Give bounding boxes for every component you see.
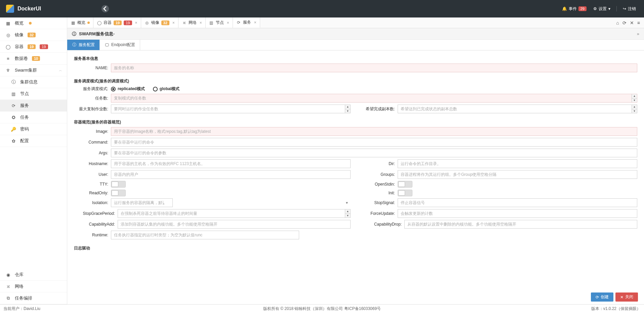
- expand-icon[interactable]: »: [637, 31, 639, 36]
- close-icon[interactable]: ×: [254, 20, 256, 25]
- close-icon: ✕: [620, 295, 623, 300]
- readonly-toggle[interactable]: [111, 190, 126, 196]
- count-badge: 32: [28, 33, 36, 37]
- tab-containers[interactable]: ◯ 容器 19 19 ×: [93, 17, 141, 28]
- close-icon[interactable]: ×: [135, 21, 137, 25]
- tab-services[interactable]: ⟳ 服务 ×: [233, 17, 260, 28]
- tab-images[interactable]: ◎ 镜像 32 ×: [141, 17, 178, 28]
- sidebar-item-label: 任务编排: [15, 295, 32, 301]
- home-icon[interactable]: ⌂: [616, 20, 619, 26]
- logout-button[interactable]: ↪ 注销: [621, 5, 638, 13]
- sidebar-item-orchestration[interactable]: ⧉ 任务编排: [0, 292, 67, 304]
- radio-replicated[interactable]: replicated模式: [111, 86, 145, 92]
- groups-input[interactable]: [398, 170, 637, 179]
- spin-up-icon[interactable]: ▲: [345, 105, 350, 109]
- caret-down-icon: ▾: [608, 6, 610, 11]
- hostname-input[interactable]: [111, 159, 351, 168]
- stopgrace-input[interactable]: [118, 209, 351, 218]
- image-input[interactable]: [111, 127, 637, 136]
- radio-icon: [111, 87, 116, 91]
- tab-label: 容器: [104, 20, 112, 26]
- tab-overview[interactable]: ▦ 概览: [67, 17, 93, 28]
- user-input[interactable]: [111, 170, 351, 179]
- sidebar-item-label: 数据卷: [15, 55, 28, 62]
- sidebar-item-volumes[interactable]: ≡ 数据卷 10: [0, 53, 67, 65]
- sidebar-item-images[interactable]: ◎ 镜像 32: [0, 29, 67, 41]
- sidebar-item-overview[interactable]: ▦ 概览: [0, 17, 67, 29]
- args-input[interactable]: [111, 149, 637, 157]
- close-all-icon[interactable]: ✕: [630, 20, 634, 26]
- sidebar-item-containers[interactable]: ◯ 容器 19 19: [0, 41, 67, 53]
- menu-icon[interactable]: ≡: [637, 20, 640, 26]
- runtime-label: Runtime:: [74, 233, 111, 237]
- forceupdate-input[interactable]: [398, 209, 637, 218]
- back-button[interactable]: [102, 5, 109, 12]
- task-icon: ✪: [11, 115, 16, 120]
- app-name: DockerUI: [17, 6, 41, 12]
- chevron-left-icon: [102, 5, 109, 12]
- maxrepl-input[interactable]: [111, 105, 351, 113]
- init-toggle[interactable]: [398, 190, 412, 196]
- secret-icon: 🔑: [11, 126, 16, 132]
- subtab-service-config[interactable]: ⓘ 服务配置: [67, 40, 100, 50]
- close-icon[interactable]: ×: [227, 21, 229, 25]
- settings-button[interactable]: ⚙ 设置 ▾: [591, 5, 612, 13]
- sidebar-item-swarm[interactable]: ♆ Swarm集群: [0, 65, 67, 76]
- subtab-endpoint-config[interactable]: 🖵 Endpoint配置: [100, 40, 140, 50]
- sidebar-item-nodes[interactable]: ▥ 节点: [0, 88, 67, 100]
- tab-network[interactable]: ⤭ 网络 ×: [178, 17, 206, 28]
- sidebar-item-secrets[interactable]: 🔑 密码: [0, 123, 67, 135]
- events-button[interactable]: 🔔 事件 29: [560, 5, 589, 13]
- tasks-input[interactable]: [111, 94, 637, 103]
- spin-up-icon[interactable]: ▲: [632, 94, 637, 99]
- swarm-icon: ♆: [5, 68, 11, 73]
- stopsignal-input[interactable]: [398, 198, 637, 207]
- dir-input[interactable]: [398, 159, 637, 168]
- command-label: Command:: [74, 140, 111, 145]
- spin-down-icon[interactable]: ▼: [345, 214, 350, 218]
- init-label: Init:: [361, 191, 398, 195]
- runtime-input[interactable]: [111, 231, 299, 239]
- form-area[interactable]: 服务基本信息 NAME: 服务调度模式(服务的调度模式) 服务调度模式: rep…: [67, 50, 644, 304]
- spin-up-icon[interactable]: ▲: [345, 209, 350, 214]
- openstdin-toggle[interactable]: [398, 181, 412, 188]
- app-logo[interactable]: DockerUI: [6, 5, 41, 13]
- tasks-label: 任务数:: [74, 95, 111, 101]
- section-spec-legend: 容器规范(服务的容器规范): [74, 117, 637, 127]
- capdrop-input[interactable]: [404, 220, 637, 229]
- topbar-right: 🔔 事件 29 ⚙ 设置 ▾ ↪ 注销: [560, 5, 638, 13]
- refresh-icon[interactable]: ⟳: [622, 20, 627, 26]
- close-icon[interactable]: ×: [172, 21, 175, 25]
- sidebar-item-cluster-info[interactable]: ⓘ 集群信息: [0, 76, 67, 88]
- close-button[interactable]: ✕ 关闭: [615, 292, 638, 302]
- sidebar-item-configs[interactable]: ✿ 配置: [0, 135, 67, 147]
- desired-input[interactable]: [398, 105, 637, 113]
- spin-down-icon[interactable]: ▼: [632, 109, 637, 113]
- isolation-select[interactable]: [111, 198, 173, 207]
- service-icon: ⟳: [11, 103, 16, 108]
- events-count-badge: 29: [578, 6, 587, 11]
- status-dot-icon: [29, 22, 32, 25]
- sidebar-item-label: 仓库: [15, 272, 24, 278]
- capadd-input[interactable]: [118, 220, 351, 229]
- count-badge: 10: [32, 56, 40, 61]
- form-tabs: ⓘ 服务配置 🖵 Endpoint配置: [67, 40, 644, 50]
- spin-down-icon[interactable]: ▼: [632, 99, 637, 103]
- image-icon: ◎: [145, 21, 149, 25]
- name-input[interactable]: [111, 64, 637, 72]
- tty-label: TTY:: [74, 182, 111, 187]
- sidebar-item-services[interactable]: ⟳ 服务: [0, 100, 67, 112]
- sidebar-item-registry[interactable]: ◉ 仓库: [0, 269, 67, 281]
- tty-toggle[interactable]: [111, 181, 126, 188]
- tab-nodes[interactable]: ▥ 节点 ×: [206, 17, 233, 28]
- section-basic-legend: 服务基本信息: [74, 54, 637, 64]
- spin-up-icon[interactable]: ▲: [632, 105, 637, 109]
- create-button[interactable]: ⟳ 创建: [591, 292, 613, 302]
- command-input[interactable]: [111, 138, 637, 147]
- sidebar-item-network[interactable]: ⤭ 网络: [0, 281, 67, 292]
- radio-global[interactable]: global模式: [153, 86, 179, 92]
- sidebar-item-tasks[interactable]: ✪ 任务: [0, 112, 67, 123]
- close-icon[interactable]: ×: [200, 21, 202, 25]
- tab-label: 服务: [243, 19, 251, 25]
- spin-down-icon[interactable]: ▼: [345, 109, 350, 113]
